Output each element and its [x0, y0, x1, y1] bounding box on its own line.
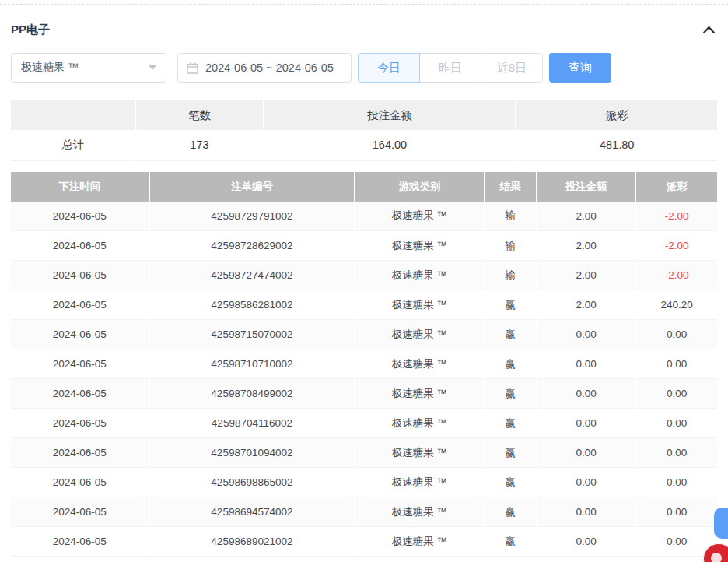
chevron-down-icon — [149, 65, 156, 70]
table-row: 2024-06-05 42598708499002 极速糖果 ™ 赢 0.00 … — [11, 379, 717, 409]
cell-result: 赢 — [485, 497, 537, 527]
summary-header-row: 笔数 投注金额 派彩 — [11, 100, 717, 130]
cell-bet-amount: 2.00 — [537, 231, 636, 261]
table-row: 2024-06-05 42598694574002 极速糖果 ™ 赢 0.00 … — [11, 497, 717, 527]
panel-header: PP电子 — [11, 18, 717, 41]
today-button[interactable]: 今日 — [358, 53, 420, 83]
cell-result: 赢 — [485, 320, 537, 349]
cell-bet-time: 2024-06-05 — [11, 231, 149, 261]
calendar-icon — [187, 62, 198, 74]
table-row: 2024-06-05 42598586281002 极速糖果 ™ 赢 2.00 … — [11, 290, 717, 320]
search-button[interactable]: 查询 — [549, 53, 611, 83]
cell-bet-amount: 0.00 — [537, 527, 636, 557]
top-divider — [0, 4, 728, 5]
header-bet-time: 下注时间 — [11, 172, 149, 202]
cell-result: 赢 — [485, 349, 537, 379]
cell-bet-amount: 0.00 — [537, 379, 636, 409]
table-row: 2024-06-05 42598727474002 极速糖果 ™ 输 2.00 … — [11, 261, 717, 290]
yesterday-button[interactable]: 昨日 — [419, 53, 481, 83]
cell-payout: 0.00 — [635, 409, 717, 438]
cell-order-id: 42598698865002 — [149, 468, 355, 497]
cell-bet-amount: 0.00 — [537, 497, 636, 527]
date-range-input[interactable]: 2024-06-05 ~ 2024-06-05 — [177, 53, 352, 83]
cell-game-type: 极速糖果 ™ — [355, 438, 484, 468]
cell-game-type: 极速糖果 ™ — [355, 409, 484, 438]
cell-bet-time: 2024-06-05 — [11, 320, 149, 349]
cell-game-type: 极速糖果 ™ — [355, 468, 484, 497]
header-order-id: 注单编号 — [149, 172, 355, 202]
summary-header-empty — [11, 100, 135, 130]
cell-bet-amount: 2.00 — [537, 202, 636, 231]
header-payout: 派彩 — [635, 172, 717, 202]
cell-payout: -2.00 — [635, 231, 717, 261]
cell-bet-time: 2024-06-05 — [11, 497, 149, 527]
quick-range-group: 今日 昨日 近8日 — [358, 53, 543, 83]
last-8-days-button[interactable]: 近8日 — [481, 53, 543, 83]
cell-order-id: 42598694574002 — [149, 497, 355, 527]
floating-widget-button[interactable] — [714, 508, 728, 539]
summary-total-row: 总计 173 164.00 481.80 — [11, 130, 717, 160]
cell-result: 输 — [485, 231, 537, 261]
summary-header-bet-amount: 投注金额 — [264, 100, 516, 130]
cell-game-type: 极速糖果 ™ — [355, 231, 484, 261]
table-row: 2024-06-05 42598715070002 极速糖果 ™ 赢 0.00 … — [11, 320, 717, 349]
cell-payout: -2.00 — [635, 261, 717, 290]
cell-bet-amount: 0.00 — [537, 438, 636, 468]
cell-bet-time: 2024-06-05 — [11, 527, 149, 557]
cell-game-type: 极速糖果 ™ — [355, 290, 484, 320]
cell-order-id: 42598710710002 — [149, 349, 355, 379]
cell-payout: -2.00 — [635, 202, 717, 231]
game-select[interactable]: 极速糖果 ™ — [11, 53, 166, 83]
cell-bet-time: 2024-06-05 — [11, 468, 149, 497]
game-select-value: 极速糖果 ™ — [21, 61, 79, 75]
cell-payout: 0.00 — [635, 497, 717, 527]
summary-total-count: 173 — [135, 130, 263, 160]
cell-result: 赢 — [485, 468, 537, 497]
cell-order-id: 42598689021002 — [149, 527, 355, 557]
cell-bet-amount: 2.00 — [537, 290, 636, 320]
cell-payout: 0.00 — [635, 349, 717, 379]
cell-bet-time: 2024-06-05 — [11, 290, 149, 320]
cell-result: 赢 — [485, 409, 537, 438]
filter-row: 极速糖果 ™ 2024-06-05 ~ 2024-06-05 今日 昨日 近8日… — [11, 53, 717, 83]
cell-order-id: 42598727474002 — [149, 261, 355, 290]
summary-header-count: 笔数 — [135, 100, 263, 130]
collapse-button[interactable] — [701, 23, 717, 36]
header-bet-amount: 投注金额 — [537, 172, 636, 202]
cell-result: 输 — [485, 202, 537, 231]
cell-game-type: 极速糖果 ™ — [355, 497, 484, 527]
cell-result: 赢 — [485, 438, 537, 468]
cell-order-id: 42598715070002 — [149, 320, 355, 349]
cell-order-id: 42598701094002 — [149, 438, 355, 468]
cell-payout: 0.00 — [635, 379, 717, 409]
chevron-up-icon — [702, 25, 716, 34]
cell-bet-amount: 0.00 — [537, 468, 636, 497]
cell-payout: 0.00 — [635, 438, 717, 468]
cell-bet-time: 2024-06-05 — [11, 261, 149, 290]
table-row: 2024-06-05 42598728629002 极速糖果 ™ 输 2.00 … — [11, 231, 717, 261]
cell-order-id: 42598728629002 — [149, 231, 355, 261]
header-game-type: 游戏类别 — [355, 172, 484, 202]
cell-payout: 240.20 — [635, 290, 717, 320]
table-row: 2024-06-05 42598701094002 极速糖果 ™ 赢 0.00 … — [11, 438, 717, 468]
cell-bet-amount: 0.00 — [537, 349, 636, 379]
page-title: PP电子 — [11, 23, 50, 37]
cell-payout: 0.00 — [635, 468, 717, 497]
cell-bet-time: 2024-06-05 — [11, 438, 149, 468]
cell-game-type: 极速糖果 ™ — [355, 349, 484, 379]
cell-bet-amount: 2.00 — [537, 261, 636, 290]
table-row: 2024-06-05 42598729791002 极速糖果 ™ 输 2.00 … — [11, 202, 717, 231]
summary-total-payout: 481.80 — [516, 130, 717, 160]
cell-bet-time: 2024-06-05 — [11, 202, 149, 231]
cell-order-id: 42598586281002 — [149, 290, 355, 320]
cell-result: 赢 — [485, 290, 537, 320]
summary-table: 笔数 投注金额 派彩 总计 173 164.00 481.80 — [11, 100, 717, 161]
cell-game-type: 极速糖果 ™ — [355, 379, 484, 409]
cell-bet-amount: 0.00 — [537, 320, 636, 349]
cell-result: 赢 — [485, 379, 537, 409]
cell-payout: 0.00 — [635, 320, 717, 349]
cell-result: 输 — [485, 261, 537, 290]
summary-header-payout: 派彩 — [516, 100, 717, 130]
cell-game-type: 极速糖果 ™ — [355, 320, 484, 349]
summary-total-label: 总计 — [11, 130, 135, 160]
